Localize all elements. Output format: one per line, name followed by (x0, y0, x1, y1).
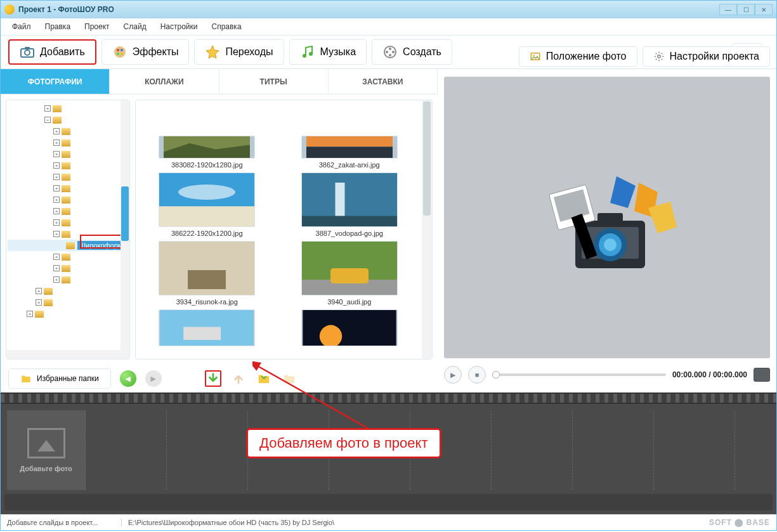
svg-rect-17 (306, 147, 393, 159)
svg-point-11 (389, 48, 391, 50)
thumbnail-item[interactable] (282, 309, 417, 346)
empty-slot[interactable] (575, 410, 654, 490)
app-icon (4, 4, 15, 15)
svg-rect-28 (330, 268, 369, 283)
menu-help[interactable]: Справка (205, 20, 247, 34)
add-folder-button[interactable] (256, 370, 272, 387)
create-button[interactable]: Создать (372, 39, 452, 65)
thumbnail-item[interactable] (140, 309, 275, 346)
add-slide-placeholder[interactable]: Добавьте фото (7, 410, 86, 490)
svg-point-5 (121, 49, 123, 51)
svg-rect-25 (188, 270, 226, 289)
thumbnail-item[interactable]: 3887_vodopad-go.jpg (282, 172, 417, 237)
star-folder-icon (20, 373, 32, 384)
effects-button-label: Эффекты (133, 46, 179, 58)
svg-point-9 (309, 52, 313, 56)
svg-point-35 (657, 55, 660, 58)
create-button-label: Создать (403, 46, 441, 58)
stop-button[interactable]: ■ (468, 366, 486, 384)
maximize-button[interactable]: ☐ (737, 4, 755, 15)
window-title: Проект 1 - ФотоШОУ PRO (18, 5, 114, 14)
statusbar: Добавьте слайды в проект... E:\Pictures\… (1, 514, 776, 530)
filmstrip-decor (1, 393, 776, 404)
thumbnail-item[interactable]: 386222-1920x1200.jpg (140, 172, 275, 237)
svg-rect-23 (302, 216, 397, 227)
svg-rect-16 (306, 136, 393, 146)
music-button[interactable]: Музыка (289, 39, 367, 65)
app-logo (521, 151, 693, 284)
status-hint: Добавьте слайды в проект... (7, 519, 121, 526)
svg-point-1 (25, 50, 30, 55)
source-tabs: ФОТОГРАФИИ КОЛЛАЖИ ТИТРЫ ЗАСТАВКИ (1, 69, 438, 94)
photo-position-button[interactable]: Положение фото (519, 46, 637, 67)
thumbnail-item[interactable]: 3934_risunok-ra.jpg (140, 241, 275, 306)
favorites-button[interactable]: Избранные папки (8, 368, 111, 389)
grid-vscroll[interactable] (422, 100, 432, 359)
menubar: Файл Правка Проект Слайд Настройки Справ… (1, 18, 776, 35)
thumbnail-item[interactable]: 3862_zakat-arxi.jpg (282, 104, 417, 169)
close-button[interactable]: ✕ (755, 4, 773, 15)
transitions-button[interactable]: Переходы (194, 39, 284, 65)
svg-rect-30 (183, 327, 221, 341)
annotation-callout: Добавляем фото в проект (246, 428, 441, 458)
minimize-button[interactable]: — (719, 4, 737, 15)
watermark: SOFT ⬤ BASE (709, 518, 770, 527)
transitions-button-label: Переходы (225, 46, 273, 58)
svg-rect-41 (597, 213, 623, 223)
empty-slot[interactable] (494, 410, 573, 490)
selected-folder[interactable]: Широкоформ (8, 240, 128, 251)
folder-tree[interactable]: + − + + + + + + + + + + Широкофо (6, 100, 130, 360)
menu-settings[interactable]: Настройки (154, 20, 204, 34)
transitions-track[interactable] (4, 494, 773, 510)
menu-edit[interactable]: Правка (39, 20, 77, 34)
tree-vscroll[interactable] (121, 100, 129, 359)
picture-icon (27, 428, 65, 458)
empty-slot[interactable] (656, 410, 735, 490)
add-to-project-button[interactable] (205, 370, 221, 387)
menu-slide[interactable]: Слайд (117, 20, 153, 34)
svg-point-12 (392, 51, 395, 53)
nav-back-button[interactable]: ◄ (120, 370, 136, 387)
tab-photos[interactable]: ФОТОГРАФИИ (1, 69, 110, 94)
seek-knob[interactable] (492, 371, 500, 379)
effects-button[interactable]: Эффекты (101, 39, 190, 65)
svg-point-13 (389, 54, 391, 56)
empty-slot[interactable] (88, 410, 167, 490)
tree-hscroll[interactable] (6, 350, 121, 359)
thumbnail-item[interactable]: 3940_audi.jpg (282, 241, 417, 306)
thumbnail-item[interactable]: 383082-1920x1280.jpg (140, 104, 275, 169)
add-button[interactable]: Добавить (8, 39, 96, 65)
svg-point-3 (114, 46, 126, 58)
browser-toolbar: Избранные папки ◄ ► (1, 365, 438, 393)
empty-slot[interactable] (169, 410, 248, 490)
add-button-label: Добавить (40, 46, 85, 58)
play-button[interactable]: ▶ (444, 366, 462, 384)
nav-forward-button[interactable]: ► (145, 370, 162, 387)
remove-from-project-button[interactable] (230, 370, 247, 387)
remove-folder-button[interactable] (281, 370, 297, 387)
player-controls: ▶ ■ 00:00.000 / 00:00.000 (444, 363, 770, 386)
music-icon (300, 44, 315, 60)
thumbnail-grid[interactable]: 383082-1920x1280.jpg 3862_zakat-arxi.jpg… (135, 100, 433, 360)
svg-point-20 (178, 185, 235, 200)
menu-file[interactable]: Файл (6, 20, 37, 34)
reel-icon (382, 44, 398, 60)
svg-point-7 (121, 53, 123, 55)
svg-point-6 (117, 53, 119, 55)
svg-point-14 (386, 51, 388, 53)
time-display: 00:00.000 / 00:00.000 (672, 370, 747, 379)
svg-rect-22 (335, 183, 344, 221)
menu-project[interactable]: Проект (78, 20, 116, 34)
music-button-label: Музыка (320, 46, 356, 58)
project-settings-button[interactable]: Настройки проекта (643, 46, 770, 67)
seek-bar[interactable] (492, 373, 666, 376)
status-path: E:\Pictures\Широкоформатные обои HD (час… (121, 519, 334, 526)
tab-titles[interactable]: ТИТРЫ (219, 69, 329, 94)
svg-rect-2 (25, 47, 30, 49)
tab-intros[interactable]: ЗАСТАВКИ (329, 69, 438, 94)
fullscreen-button[interactable] (754, 368, 770, 382)
tab-collages[interactable]: КОЛЛАЖИ (110, 69, 219, 94)
svg-rect-31 (303, 310, 396, 346)
titlebar[interactable]: Проект 1 - ФотоШОУ PRO — ☐ ✕ (1, 1, 776, 18)
svg-point-40 (604, 238, 617, 251)
